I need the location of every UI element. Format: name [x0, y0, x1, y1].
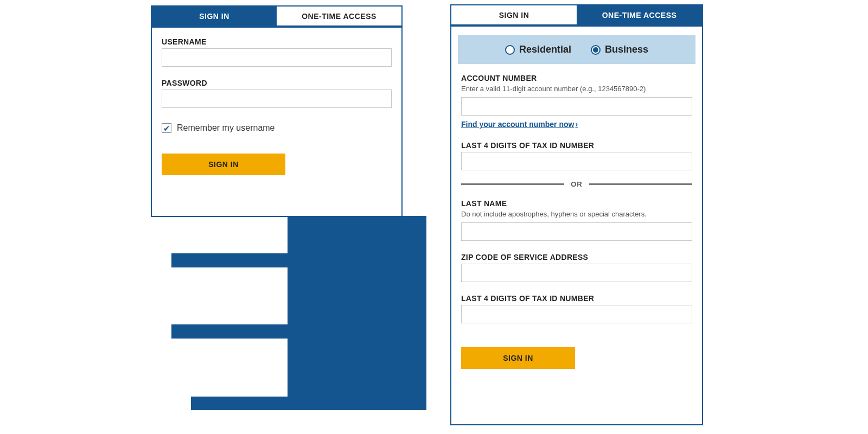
lastname-help: Do not include apostrophes, hyphens or s…	[461, 210, 692, 219]
lastname-label: LAST NAME	[461, 199, 692, 208]
or-text: OR	[571, 180, 583, 188]
onetime-panel: SIGN IN ONE-TIME ACCESS Residential Busi…	[450, 4, 703, 425]
tab-onetime-access[interactable]: ONE-TIME ACCESS	[277, 7, 401, 28]
username-input[interactable]	[162, 48, 392, 67]
radio-residential[interactable]: Residential	[505, 44, 571, 55]
decorative-block	[171, 253, 289, 267]
signin-button[interactable]: SIGN IN	[461, 347, 575, 369]
chevron-right-icon: ›	[575, 120, 578, 129]
signin-form: USERNAME PASSWORD ✔ Remember my username…	[152, 28, 401, 175]
account-number-help: Enter a valid 11-digit account number (e…	[461, 85, 692, 94]
radio-business[interactable]: Business	[591, 44, 648, 55]
tax-id-label-2: LAST 4 DIGITS OF TAX ID NUMBER	[461, 294, 692, 303]
divider-line	[589, 183, 692, 185]
username-label: USERNAME	[162, 37, 392, 46]
tab-signin[interactable]: SIGN IN	[152, 7, 277, 28]
decorative-block	[191, 397, 289, 410]
tabs: SIGN IN ONE-TIME ACCESS	[152, 7, 401, 28]
divider-line	[461, 183, 564, 185]
signin-panel: SIGN IN ONE-TIME ACCESS USERNAME PASSWOR…	[151, 5, 403, 217]
radio-icon	[591, 45, 601, 55]
decorative-block	[171, 324, 289, 339]
radio-residential-label: Residential	[519, 44, 571, 55]
find-account-link-text: Find your account number now	[461, 120, 574, 129]
radio-business-label: Business	[605, 44, 648, 55]
decorative-block	[288, 216, 426, 410]
password-label: PASSWORD	[162, 79, 392, 87]
account-number-input[interactable]	[461, 97, 692, 116]
signin-button[interactable]: SIGN IN	[162, 154, 285, 175]
tax-id-input-2[interactable]	[461, 305, 692, 323]
tab-onetime-access[interactable]: ONE-TIME ACCESS	[577, 5, 702, 27]
tax-id-label: LAST 4 DIGITS OF TAX ID NUMBER	[461, 141, 692, 150]
zip-label: ZIP CODE OF SERVICE ADDRESS	[461, 253, 692, 261]
tab-signin[interactable]: SIGN IN	[451, 5, 577, 27]
find-account-link[interactable]: Find your account number now ›	[461, 120, 578, 129]
remember-row: ✔ Remember my username	[162, 123, 392, 133]
or-divider: OR	[461, 180, 692, 188]
radio-icon	[505, 45, 515, 55]
tax-id-input[interactable]	[461, 152, 692, 170]
remember-label: Remember my username	[177, 123, 275, 133]
remember-checkbox[interactable]: ✔	[162, 123, 171, 133]
tabs: SIGN IN ONE-TIME ACCESS	[451, 5, 702, 27]
account-number-label: ACCOUNT NUMBER	[461, 74, 692, 82]
lastname-input[interactable]	[461, 222, 692, 241]
password-input[interactable]	[162, 90, 392, 108]
account-type-radio-group: Residential Business	[458, 35, 695, 64]
zip-input[interactable]	[461, 264, 692, 282]
